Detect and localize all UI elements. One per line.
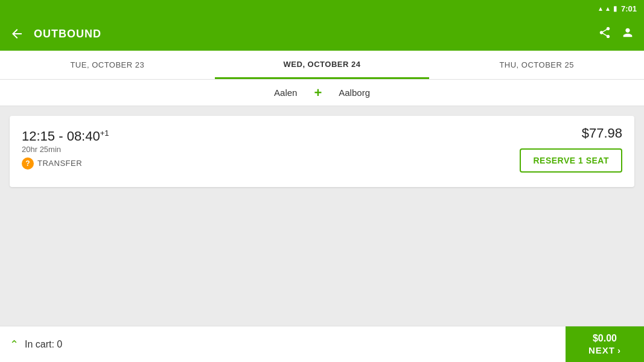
trip-card-header: 12:15 - 08:40+1 20hr 25min ? TRANSFER $7… (22, 125, 622, 173)
cart-info: ⌃ In cart: 0 (0, 338, 566, 351)
trip-duration: 20hr 25min (22, 145, 109, 154)
trip-price: $77.98 (582, 125, 622, 141)
status-bar: ▴ ▴ ▮ 7:01 (0, 0, 644, 17)
cart-chevron-icon: ⌃ (10, 338, 19, 351)
wifi-icon: ▴ (599, 4, 602, 13)
share-button[interactable] (598, 26, 611, 42)
route-from: Aalen (260, 80, 311, 106)
status-time: 7:01 (621, 4, 637, 13)
trip-right: $77.98 RESERVE 1 SEAT (520, 125, 622, 173)
bottom-bar: ⌃ In cart: 0 $0.00 NEXT › (0, 326, 644, 362)
next-button-price: $0.00 (593, 333, 617, 344)
page-title: OUTBOUND (34, 28, 588, 40)
profile-button[interactable] (621, 26, 634, 42)
transfer-label: TRANSFER (37, 159, 82, 168)
status-icons: ▴ ▴ ▮ 7:01 (599, 4, 637, 13)
next-button[interactable]: $0.00 NEXT › (566, 326, 644, 363)
trip-card: 12:15 - 08:40+1 20hr 25min ? TRANSFER $7… (10, 116, 634, 187)
date-nav-next[interactable]: THU, OCTOBER 25 (429, 51, 644, 79)
route-tabs: Aalen + Aalborg (0, 80, 644, 106)
next-button-label: NEXT › (588, 345, 621, 355)
trips-list: 12:15 - 08:40+1 20hr 25min ? TRANSFER $7… (0, 106, 644, 326)
app-bar-actions (598, 26, 634, 42)
reserve-button[interactable]: RESERVE 1 SEAT (520, 148, 622, 173)
route-separator: + (314, 85, 322, 101)
app-bar: OUTBOUND (0, 17, 644, 51)
battery-icon: ▮ (613, 4, 617, 13)
trip-transfer: ? TRANSFER (22, 157, 109, 170)
trip-time: 12:15 - 08:40+1 (22, 129, 109, 144)
back-button[interactable] (10, 27, 24, 41)
route-to: Aalborg (324, 80, 384, 106)
date-nav-current[interactable]: WED, OCTOBER 24 (215, 51, 430, 79)
date-nav-prev[interactable]: TUE, OCTOBER 23 (0, 51, 215, 79)
trip-left: 12:15 - 08:40+1 20hr 25min ? TRANSFER (22, 129, 109, 169)
date-navigation: TUE, OCTOBER 23 WED, OCTOBER 24 THU, OCT… (0, 51, 644, 80)
signal-icon: ▴ (606, 4, 610, 13)
transfer-icon: ? (22, 157, 34, 170)
cart-text: In cart: 0 (25, 339, 62, 350)
